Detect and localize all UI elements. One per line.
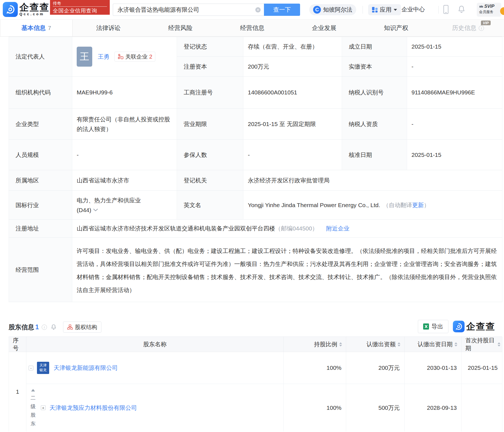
chevron-down-icon[interactable] [93, 209, 98, 211]
promo-line2: 全国企业信用查询 [53, 7, 107, 14]
expand-toggle[interactable]: + [41, 405, 46, 410]
cell-amount-date: 2028-09-13 [405, 384, 461, 431]
field-label-english-name: 英文名 [177, 191, 243, 220]
equity-structure-button[interactable]: 股权结构 [63, 322, 101, 333]
monitor-bell-icon[interactable] [50, 323, 57, 331]
equity-structure-label: 股权结构 [75, 323, 97, 331]
tier-rail: 二级股东 [30, 389, 36, 428]
tab-label: 法律诉讼 [96, 24, 121, 32]
col-header-ratio[interactable]: 持股比例 [284, 337, 346, 352]
translate-note: （自动翻译 [383, 201, 412, 209]
shareholder-name-link[interactable]: 天津银龙新能源有限公司 [54, 364, 118, 372]
company-type-text: 有限责任公司（非自然人投资或控股的法人独资） [77, 114, 172, 134]
collapse-triangle-icon[interactable] [31, 389, 35, 391]
svip-member-button[interactable]: SVIP 会员服务 [477, 3, 501, 17]
tier-label: 二级股东 [30, 394, 36, 428]
qcc-brand-text: 企查查 Qcc.com [19, 2, 49, 16]
cell-ratio: 100% [284, 352, 346, 384]
export-button[interactable]: 导出 [418, 320, 448, 333]
field-label-reg-capital: 注册资本 [177, 57, 243, 77]
related-network-icon [118, 54, 124, 60]
field-label-paid-capital: 实缴资本 [342, 57, 407, 77]
nav-divider [363, 6, 363, 14]
logo-line1: 天津 [37, 363, 49, 368]
related-companies-badge[interactable]: 关联企业 2 [114, 52, 155, 62]
sort-icon [498, 342, 500, 346]
legal-rep-name-link[interactable]: 王勇 [98, 53, 109, 61]
address-text: 山西省运城市永济市经济技术开发区轨道交通和机电装备产业园双创平台四楼 [77, 225, 275, 232]
row-index: 1 [9, 352, 26, 431]
promo-badge[interactable]: 传奇 全国企业信用查询 [50, 0, 110, 15]
tab-label: 企业发展 [312, 24, 336, 32]
translate-update-link[interactable]: 更新 [412, 201, 424, 209]
export-label: 导出 [431, 323, 443, 330]
field-value-industry: 电力、热力生产和供应业 (D44) [72, 191, 177, 220]
legal-rep-cell: 王 王勇 关联企业 2 [72, 37, 177, 77]
col-header-amount[interactable]: 认缴出资额 [346, 337, 405, 352]
col-header-label: 持股比例 [314, 340, 337, 348]
qcc-logo[interactable]: 企查查 Qcc.com [3, 2, 49, 17]
clear-icon[interactable]: ✕ [255, 7, 261, 12]
collapse-toggle[interactable]: - [29, 366, 33, 370]
enterprise-center-link[interactable]: 企业中心 [401, 6, 425, 13]
chevron-down-icon [394, 9, 397, 11]
cell-amount-date: 2030-01-13 [405, 352, 461, 384]
sort-icon [455, 342, 457, 346]
field-value-taxpayer-id: 91140866MAE9HU996E [407, 77, 502, 109]
nav-divider [438, 6, 439, 14]
info-icon[interactable]: i [42, 325, 47, 330]
english-name-text: Yongji Yinhe Jinda Thermal Power Energy … [248, 202, 380, 209]
apps-menu-button[interactable]: 应用 [368, 4, 401, 15]
info-icon: i [479, 26, 484, 31]
mobile-app-icon[interactable] [443, 5, 448, 14]
vip-badge: VIP [481, 21, 491, 25]
tab-bar: 基本信息 7 法律诉讼 经营风险 经营信息 企业发展 知识产权 VIP 历史信息… [0, 19, 504, 37]
tab-operation-risk[interactable]: 经营风险 [144, 20, 216, 36]
zhibi-alpha-button[interactable]: C 知彼阿尔法 [309, 4, 356, 15]
field-label-taxpayer-id: 纳税人识别号 [342, 77, 407, 109]
crown-icon [479, 5, 483, 8]
tab-enterprise-development[interactable]: 企业发展 [288, 20, 360, 36]
field-value-region: 山西省运城市永济市 [72, 170, 177, 191]
equity-structure-icon [67, 324, 73, 330]
apps-grid-icon [372, 7, 378, 12]
search-input[interactable] [113, 6, 255, 13]
shareholders-table: 序号 股东名称 持股比例 认缴出资额 认缴出资日期 首次持股日期 1 - 天津 … [9, 336, 502, 431]
tab-basic-info[interactable]: 基本信息 7 [0, 20, 73, 36]
tab-intellectual-property[interactable]: 知识产权 [360, 20, 432, 36]
related-count: 2 [149, 54, 152, 60]
shareholder-row-tier2: 二级股东 + 天津银龙预应力材料股份有限公司 [26, 384, 284, 431]
notification-bell-icon[interactable] [457, 5, 466, 15]
shareholders-header-right: 导出 企查查 [418, 320, 495, 333]
qcc-watermark-text: 企查查 [466, 320, 495, 333]
field-label-region: 所属地区 [9, 170, 72, 191]
tab-operation-info[interactable]: 经营信息 [216, 20, 288, 36]
excel-icon [423, 323, 429, 330]
shareholders-count: 1 [35, 323, 39, 331]
field-label-approval-date: 核准日期 [342, 140, 407, 170]
field-label-org-code: 组织机构代码 [9, 77, 72, 109]
legal-rep-avatar[interactable]: 王 [77, 47, 92, 67]
col-header-first-date[interactable]: 首次持股日期 [461, 337, 502, 352]
field-value-biz-reg-no: 14086600A001051 [243, 77, 342, 109]
shareholder-name-link[interactable]: 天津银龙预应力材料股份有限公司 [49, 404, 137, 412]
field-label-taxpayer-qual: 纳税人资质 [342, 109, 407, 140]
tab-label: 知识产权 [384, 24, 408, 32]
nearby-companies-link[interactable]: 附近企业 [326, 225, 350, 232]
tab-legal-litigation[interactable]: 法律诉讼 [73, 20, 144, 36]
field-label-biz-scope: 经营范围 [9, 238, 72, 302]
col-header-amount-date[interactable]: 认缴出资日期 [405, 337, 461, 352]
col-header-name: 股东名称 [26, 337, 284, 352]
basic-info-table: 法定代表人 王 王勇 关联企业 2 登记状态 存续（在营、开业、在册） 成立日期… [9, 37, 502, 302]
col-header-index: 序号 [9, 337, 26, 352]
field-value-approval-date: 2025-01-15 [407, 140, 502, 170]
field-value-staff-size: - [72, 140, 177, 170]
search-button[interactable]: 查一下 [264, 4, 300, 16]
brand-name: 企查查 [19, 2, 49, 12]
tab-history-info[interactable]: VIP 历史信息 i [432, 20, 504, 36]
cell-amount: 200万元 [346, 352, 405, 384]
field-label-address: 注册地址 [9, 220, 72, 238]
search-box: ✕ [113, 4, 264, 16]
apps-label: 应用 [380, 6, 391, 14]
field-label-biz-reg-no: 工商注册号 [177, 77, 243, 109]
